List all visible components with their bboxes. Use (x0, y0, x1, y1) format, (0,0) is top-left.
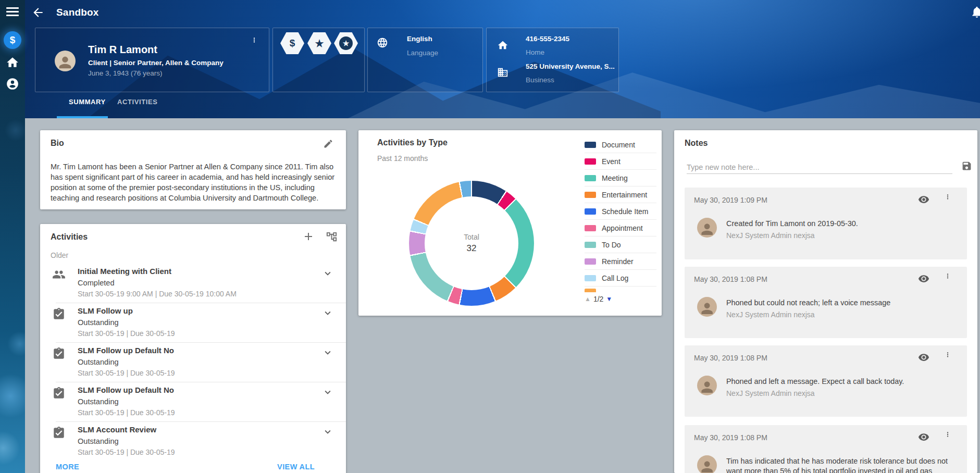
note-author-avatar (697, 455, 717, 473)
language-card: English Language (367, 28, 483, 92)
visibility-eye-icon[interactable] (918, 431, 929, 443)
note-timestamp: May 30, 2019 1:08 PM (694, 354, 767, 362)
top-app-bar: Sandbox (25, 0, 980, 25)
bio-title: Bio (51, 139, 64, 148)
page-title: Sandbox (56, 7, 99, 18)
legend-swatch (585, 289, 596, 292)
new-note-input[interactable] (687, 160, 952, 174)
seal-star-glyph: ★ (343, 39, 350, 47)
legend-item-clipped (585, 287, 656, 292)
chevron-down-icon[interactable] (322, 387, 333, 398)
more-button[interactable]: MORE (56, 463, 79, 471)
task-icon (52, 387, 66, 400)
activity-status: Outstanding (78, 358, 119, 366)
profile-avatar (55, 51, 76, 71)
note-kebab-menu-icon[interactable] (944, 431, 951, 442)
home-nav-icon[interactable] (6, 56, 19, 69)
activities-card: Activities Older Initial Meeting with Cl… (40, 224, 346, 473)
activity-row[interactable]: SLM Follow up Outstanding Start 30-05-19… (40, 303, 346, 343)
legend-item[interactable]: Document (585, 136, 656, 153)
activity-title: SLM Account Review (78, 425, 156, 434)
activity-title: SLM Follow up Default No (78, 385, 174, 394)
chart-subtitle: Past 12 months (377, 154, 428, 163)
visibility-eye-icon[interactable] (918, 194, 929, 205)
legend-page-down-icon[interactable]: ▼ (606, 295, 612, 303)
activity-row[interactable]: SLM Follow up Default No Outstanding Sta… (40, 382, 346, 422)
contacts-nav-icon[interactable] (6, 77, 19, 91)
legend-item[interactable]: Schedule Item (585, 203, 656, 220)
star-badge-icon[interactable]: ★ (307, 32, 331, 54)
legend-label: Schedule Item (602, 207, 649, 216)
menu-icon[interactable] (6, 7, 19, 18)
chevron-down-icon[interactable] (322, 347, 333, 358)
legend-item[interactable]: To Do (585, 236, 656, 253)
chevron-down-icon[interactable] (322, 268, 333, 279)
note-author: NexJ System Admin nexjsa (726, 389, 815, 397)
seal-star-badge-icon[interactable]: ★ (334, 32, 358, 54)
visibility-eye-icon[interactable] (918, 352, 929, 363)
address-value[interactable]: 525 University Avenue, S... (526, 63, 615, 70)
note-timestamp: May 30, 2019 1:08 PM (694, 433, 767, 442)
legend-page-up-icon[interactable]: ▲ (585, 295, 591, 303)
visibility-eye-icon[interactable] (918, 273, 929, 284)
activity-title: SLM Follow up Default No (78, 346, 174, 355)
badges-card: $ ★ ★ (272, 28, 365, 92)
notifications-bell-icon[interactable] (970, 5, 980, 19)
hierarchy-tree-icon[interactable] (326, 231, 338, 243)
legend-label: To Do (602, 241, 621, 249)
task-icon (52, 307, 66, 321)
legend-item[interactable]: Call Log (585, 270, 656, 287)
note-author-avatar (697, 297, 717, 317)
legend-item[interactable]: Meeting (585, 170, 656, 186)
notes-card: Notes May 30, 2019 1:09 PM Created for T… (674, 130, 977, 473)
tab-activities[interactable]: ACTIVITIES (117, 98, 158, 106)
language-label: Language (407, 49, 438, 57)
legend-label: Appointment (602, 224, 643, 232)
note-text: Tim has indicated that he has moderate r… (726, 456, 950, 473)
edit-pencil-icon[interactable] (323, 139, 333, 149)
phone-number[interactable]: 416-555-2345 (526, 35, 569, 43)
legend-swatch (585, 208, 596, 215)
note-kebab-menu-icon[interactable] (944, 193, 951, 205)
activity-row[interactable]: Initial Meeting with Client Completed St… (40, 264, 346, 303)
language-value: English (407, 35, 432, 43)
donut-total-label: Total (464, 233, 479, 241)
legend-item[interactable]: Reminder (585, 253, 656, 270)
home-icon (497, 40, 508, 51)
activity-status: Outstanding (78, 397, 119, 406)
note-timestamp: May 30, 2019 1:08 PM (694, 275, 767, 283)
activity-row[interactable]: SLM Follow up Default No Outstanding Sta… (40, 343, 346, 382)
chevron-down-icon[interactable] (322, 426, 333, 438)
legend-page-indicator: 1/2 (593, 295, 603, 303)
note-text: Phoned but could not reach; left a voice… (726, 298, 950, 308)
dollar-badge-icon[interactable]: $ (280, 32, 304, 54)
back-arrow-icon[interactable] (31, 6, 45, 19)
legend-item[interactable]: Appointment (585, 220, 656, 236)
bio-text: Mr. Tim Lamont has been a Senior Partner… (51, 161, 338, 203)
note-text: Phoned and left a message. Expect a call… (726, 377, 950, 387)
legend-label: Document (602, 141, 635, 149)
view-all-button[interactable]: VIEW ALL (277, 463, 315, 471)
active-tab-indicator (57, 116, 108, 118)
left-nav-rail: $ (0, 0, 25, 473)
finance-nav-icon[interactable]: $ (4, 31, 21, 49)
note-kebab-menu-icon[interactable] (944, 351, 951, 363)
chevron-down-icon[interactable] (322, 307, 333, 319)
contact-subtitle: Client | Senior Partner, Allen & Company (88, 59, 224, 67)
activity-meta: Start 30-05-19 | Due 30-05-19 (78, 329, 175, 338)
phone-label: Home (526, 48, 544, 56)
legend-swatch (585, 242, 596, 248)
task-icon (52, 347, 66, 360)
legend-pagination: ▲ 1/2 ▼ (585, 295, 612, 303)
activity-meta: Start 30-05-19 | Due 30-05-19 (78, 408, 175, 417)
activity-row[interactable]: SLM Account Review Outstanding Start 30-… (40, 422, 346, 462)
save-note-icon[interactable] (961, 160, 972, 171)
tab-summary[interactable]: SUMMARY (69, 98, 106, 106)
legend-label: Event (602, 157, 621, 166)
profile-kebab-menu-icon[interactable] (251, 36, 258, 48)
legend-item[interactable]: Event (585, 153, 656, 170)
add-activity-icon[interactable] (302, 230, 315, 243)
legend-item[interactable]: Entertainment (585, 186, 656, 203)
note-kebab-menu-icon[interactable] (944, 272, 951, 284)
building-icon (497, 67, 508, 78)
